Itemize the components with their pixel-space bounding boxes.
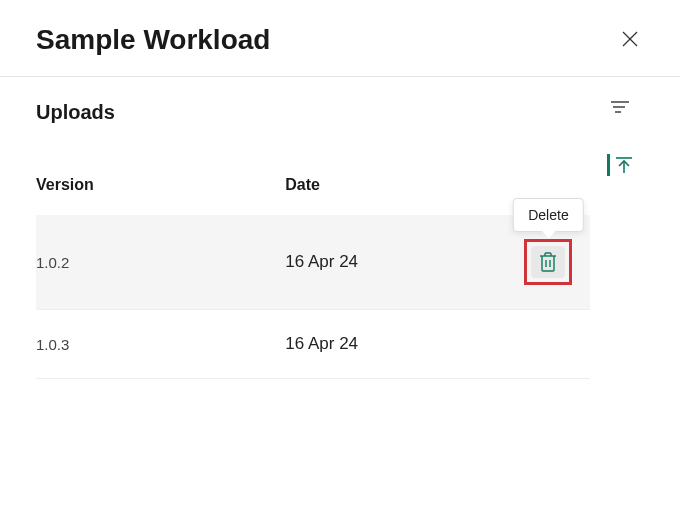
upload-button[interactable] [603,150,638,180]
table-row: 1.0.216 Apr 24Delete [36,215,590,310]
section-title: Uploads [36,101,590,124]
uploads-table: Version Date 1.0.216 Apr 24Delete1.0.316… [36,164,590,379]
page-title: Sample Workload [36,24,270,56]
cell-date: 16 Apr 24 [285,310,507,379]
delete-button[interactable] [531,246,565,278]
cell-actions [507,310,590,379]
table-row: 1.0.316 Apr 24 [36,310,590,379]
column-header-date: Date [285,164,507,215]
cell-version: 1.0.2 [36,215,285,310]
cell-version: 1.0.3 [36,310,285,379]
cell-date: 16 Apr 24 [285,215,507,310]
cell-actions: Delete [507,215,590,310]
filter-button[interactable] [606,95,634,122]
filter-icon [610,99,630,115]
delete-tooltip: Delete [513,198,583,232]
column-header-version: Version [36,164,285,215]
right-rail [590,77,650,180]
upload-icon [614,155,634,175]
panel-header: Sample Workload [0,0,680,77]
upload-indicator-bar [607,154,610,176]
close-icon [620,29,640,49]
trash-icon [539,252,557,272]
main-content: Uploads Version Date 1.0.216 Apr 24Delet… [0,77,590,379]
close-button[interactable] [616,25,644,56]
delete-highlight-box: Delete [524,239,572,285]
